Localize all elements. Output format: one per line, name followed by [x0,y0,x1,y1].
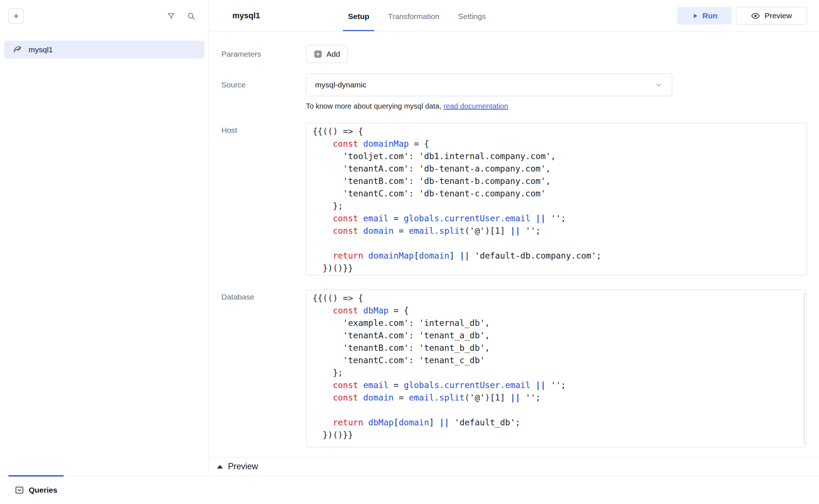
tab-setup-label: Setup [348,12,369,21]
query-title: mysql1 [232,11,260,20]
parameters-label: Parameters [221,45,306,63]
query-item-label: mysql1 [29,45,53,54]
active-tab-indicator [8,475,64,477]
run-button[interactable]: Run [677,7,732,25]
query-setup-form: Parameters Add Source my [209,31,819,457]
source-select-value: mysql-dynamic [315,80,366,89]
tab-setup[interactable]: Setup [343,0,374,31]
host-label: Host [221,123,306,135]
plus-square-icon [314,50,322,59]
query-list-item-mysql1[interactable]: mysql1 [4,41,205,59]
main-row: mysql1 mysql1 Setup Transformation Setti… [0,0,819,475]
preview-panel-toggle[interactable]: Preview [209,457,819,475]
search-button[interactable] [187,12,196,21]
database-code-editor[interactable]: {{(() => { const dbMap = { 'example.com'… [306,290,807,447]
source-help-plain: To know more about querying mysql data, [306,102,444,110]
chevron-down-icon [654,80,663,89]
query-list: mysql1 [0,41,209,59]
filter-button[interactable] [167,12,176,21]
tab-settings[interactable]: Settings [453,0,491,31]
add-parameter-button[interactable]: Add [306,45,348,63]
preview-button-label: Preview [764,11,792,20]
source-row: Source mysql-dynamic To know more about … [221,74,807,111]
eye-icon [751,11,760,20]
database-label: Database [221,290,306,301]
host-code-editor[interactable]: {{(() => { const domainMap = { 'tooljet.… [306,123,807,275]
header-actions: Run Preview [677,7,807,25]
run-button-label: Run [703,11,718,20]
queries-tab[interactable]: Queries [8,476,64,504]
query-editor-panel: mysql1 Setup Transformation Settings [209,0,819,475]
tab-settings-label: Settings [458,12,486,21]
editor-tabs: Setup Transformation Settings [343,0,491,31]
read-documentation-link[interactable]: read documentation [444,102,508,110]
host-row: Host {{(() => { const domainMap = { 'too… [221,123,807,275]
database-row: Database {{(() => { const dbMap = { 'exa… [221,290,807,447]
preview-panel-label: Preview [228,462,258,471]
add-parameter-label: Add [326,50,340,59]
sidebar-toolbar [0,0,209,24]
app-root: mysql1 mysql1 Setup Transformation Setti… [0,0,819,504]
sidebar-icon-group [167,12,196,21]
tab-transformation[interactable]: Transformation [383,0,444,31]
mysql-icon [12,45,22,54]
query-list-sidebar: mysql1 [0,0,209,475]
plus-icon [12,12,20,20]
queries-icon [15,485,24,495]
source-select[interactable]: mysql-dynamic [306,74,672,96]
tab-transformation-label: Transformation [388,12,439,21]
source-help-text: To know more about querying mysql data, … [306,101,807,111]
play-icon [692,12,699,19]
editor-header: mysql1 Setup Transformation Settings [209,0,819,31]
search-icon [187,12,196,21]
filter-icon [167,12,176,21]
parameters-row: Parameters Add [221,45,807,63]
add-query-button[interactable] [8,8,24,24]
queries-tab-label: Queries [29,486,57,494]
source-label: Source [221,74,306,96]
collapse-arrow-icon [217,465,223,469]
preview-button[interactable]: Preview [736,7,807,25]
bottom-bar: Queries [0,475,819,504]
